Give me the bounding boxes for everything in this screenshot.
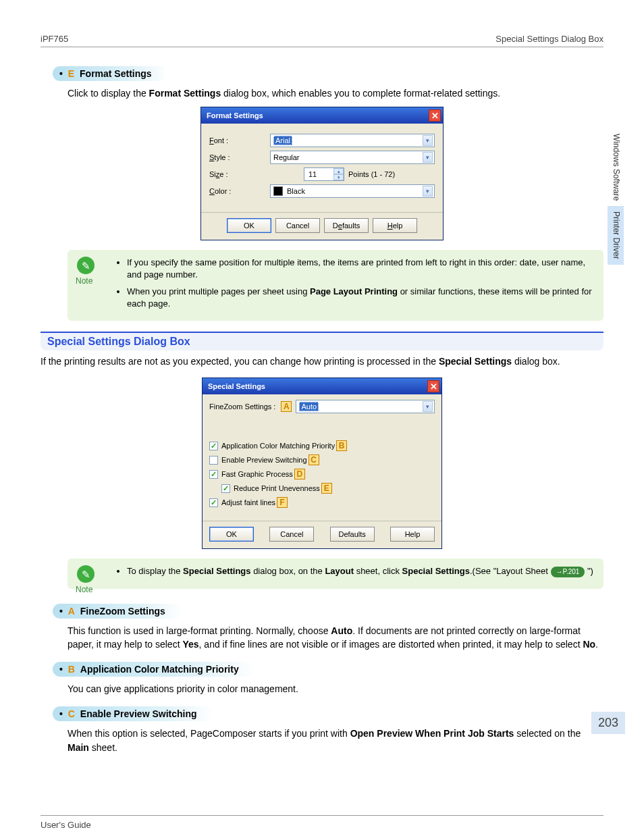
section-b-heading: • B Application Color Matching Priority [53,662,255,677]
finezoom-dropdown[interactable]: Auto ▾ [296,400,435,413]
chk-enable-preview[interactable]: Enable Preview Switching C [209,454,435,465]
callout-c: C [308,454,319,465]
bullet: • [59,68,63,79]
chk-fast-graphic[interactable]: ✓ Fast Graphic Process D [209,469,435,479]
section-b-title: Application Color Matching Priority [80,664,239,675]
spin-down-icon[interactable]: ▾ [333,174,344,180]
chk-adjust-faint-lines[interactable]: ✓ Adjust faint lines F [209,497,435,508]
dialog-titlebar[interactable]: Format Settings ✕ [201,107,443,124]
font-label: Font : [209,136,270,145]
ok-button[interactable]: OK [209,527,254,542]
close-icon[interactable]: ✕ [427,380,439,392]
checkbox-icon[interactable]: ✓ [209,470,218,479]
callout-e: E [321,483,332,494]
defaults-button[interactable]: Defaults [330,527,375,542]
letter-c: C [68,708,75,719]
section-c-heading: • C Enable Preview Switching [53,706,213,721]
note-item: If you specify the same position for mul… [127,257,594,281]
checkbox-icon[interactable]: ✓ [221,484,230,493]
chevron-down-icon[interactable]: ▾ [423,135,433,146]
section-title: Special Settings Dialog Box [47,336,190,347]
special-settings-dialog: Special Settings ✕ FineZoom Settings : A… [202,377,442,549]
format-settings-dialog: Format Settings ✕ Font : Arial ▾ Style :… [200,107,444,240]
close-icon[interactable]: ✕ [429,109,441,122]
section-e-heading: • E Format Settings [53,66,168,81]
dialog-titlebar[interactable]: Special Settings ✕ [203,378,441,394]
side-tab-windows-software[interactable]: Windows Software [608,128,624,206]
side-tabs: Windows Software Printer Driver [608,128,624,265]
note-item: When you print multiple pages per sheet … [127,286,594,310]
side-tab-printer-driver[interactable]: Printer Driver [608,206,624,265]
header-right: Special Settings Dialog Box [495,34,603,44]
callout-d: D [294,469,305,479]
note-icon: ✎ [77,565,95,583]
callout-a: A [281,401,292,412]
note-box: ✎ Note If you specify the same position … [68,250,603,321]
color-swatch [273,186,283,196]
color-dropdown[interactable]: Black ▾ [270,184,435,198]
note-label: Note [76,584,92,596]
checkbox-icon[interactable]: ✓ [209,442,218,450]
defaults-button[interactable]: Defaults [324,218,369,233]
finezoom-label: FineZoom Settings : [209,402,275,411]
letter-b: B [68,664,75,675]
chk-app-color-matching[interactable]: ✓ Application Color Matching Priority B [209,440,435,451]
chevron-down-icon[interactable]: ▾ [423,401,433,412]
section-b-desc: You can give applications priority in co… [68,682,603,696]
note-icon: ✎ [77,257,95,274]
page-ref-link[interactable]: →P.201 [551,567,585,577]
note-box: ✎ Note To display the Special Settings d… [68,558,603,588]
section-c-title: Enable Preview Switching [80,708,197,719]
footer-left: User's Guide [41,820,91,830]
chk-reduce-unevenness[interactable]: ✓ Reduce Print Unevenness E [221,483,435,494]
style-dropdown[interactable]: Regular ▾ [270,151,435,164]
cancel-button[interactable]: Cancel [275,218,320,233]
section-desc: If the printing results are not as you e… [41,355,603,368]
callout-b: B [336,440,347,451]
color-label: Color : [209,187,270,195]
letter-a: A [68,606,75,617]
section-e-title: Format Settings [80,68,152,79]
note-label: Note [76,276,92,287]
size-stepper[interactable]: 11 ▴ ▾ [304,167,344,181]
chevron-down-icon[interactable]: ▾ [423,152,433,163]
help-button[interactable]: Help [373,218,417,233]
section-a-heading: • A FineZoom Settings [53,604,182,619]
section-a-title: FineZoom Settings [80,606,165,617]
checkbox-icon[interactable]: ✓ [209,498,218,507]
style-label: Style : [209,153,270,161]
callout-f: F [277,497,288,508]
spin-up-icon[interactable]: ▴ [333,168,344,174]
font-dropdown[interactable]: Arial ▾ [270,134,435,147]
note-item: To display the Special Settings dialog b… [127,565,594,577]
letter-e: E [68,68,74,79]
section-a-desc: This function is used in large-format pr… [68,624,603,652]
dialog-title: Format Settings [207,111,263,120]
dialog-title: Special Settings [208,382,265,390]
header-left: iPF765 [41,34,68,44]
section-e-desc: Click to display the Format Settings dia… [68,86,603,100]
size-units: Points (1 - 72) [348,170,395,178]
size-label: Size : [209,170,270,178]
section-c-desc: When this option is selected, PageCompos… [68,727,603,754]
help-button[interactable]: Help [390,527,435,542]
section-header: Special Settings Dialog Box [41,332,603,350]
ok-button[interactable]: OK [227,218,271,233]
page-number: 203 [591,712,625,734]
chevron-down-icon[interactable]: ▾ [423,186,433,197]
cancel-button[interactable]: Cancel [269,527,314,542]
checkbox-icon[interactable] [209,456,218,465]
